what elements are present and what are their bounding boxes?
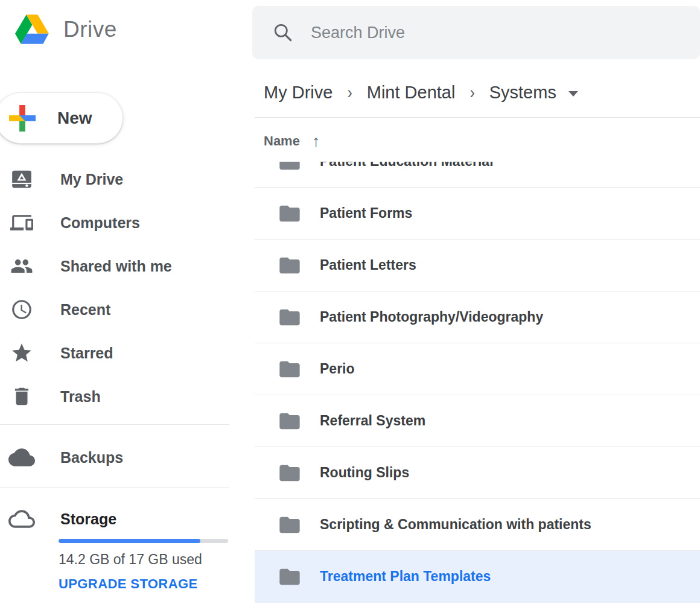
computers-icon bbox=[8, 209, 35, 236]
file-list-rows: Patient Education Material Patient Forms… bbox=[255, 162, 700, 603]
cloud-filled-icon bbox=[8, 444, 35, 471]
my-drive-icon bbox=[8, 166, 35, 192]
folder-name: Scripting & Communication with patients bbox=[320, 517, 591, 533]
file-list: Patient Education Material Patient Forms… bbox=[255, 162, 700, 604]
folder-name: Patient Education Material bbox=[320, 162, 494, 170]
sidebar-item-recent[interactable]: Recent bbox=[0, 288, 229, 331]
drive-logo[interactable]: Drive bbox=[15, 14, 117, 44]
plus-icon bbox=[9, 105, 36, 132]
folder-name: Patient Forms bbox=[320, 205, 412, 221]
storage-progress-fill bbox=[59, 539, 200, 543]
sidebar-item-backups[interactable]: Backups bbox=[0, 436, 229, 479]
storage-progress-bar bbox=[59, 539, 228, 543]
sort-ascending-icon[interactable]: ↑ bbox=[312, 132, 320, 151]
folder-row[interactable]: Patient Education Material bbox=[255, 162, 700, 188]
sidebar-item-label: Shared with me bbox=[60, 258, 172, 275]
sidebar-item-label: Backups bbox=[60, 449, 123, 466]
app-title: Drive bbox=[63, 17, 117, 42]
name-column-header[interactable]: Name bbox=[264, 133, 300, 149]
clock-icon bbox=[8, 296, 35, 323]
header-divider bbox=[255, 117, 700, 118]
cloud-outline-icon bbox=[8, 506, 35, 532]
people-icon bbox=[8, 253, 35, 279]
sidebar-item-my-drive[interactable]: My Drive bbox=[0, 157, 229, 201]
folder-name: Patient Letters bbox=[320, 257, 416, 273]
breadcrumb-my-drive[interactable]: My Drive bbox=[264, 83, 332, 103]
sidebar-item-storage[interactable]: Storage bbox=[0, 497, 229, 541]
sidebar-item-shared-with-me[interactable]: Shared with me bbox=[0, 244, 229, 288]
folder-name: Perio bbox=[320, 361, 355, 377]
chevron-right-icon: › bbox=[347, 82, 352, 102]
storage-usage-text: 14.2 GB of 17 GB used bbox=[59, 552, 202, 568]
search-icon bbox=[272, 22, 294, 43]
folder-row[interactable]: Referral System bbox=[255, 395, 700, 447]
folder-row[interactable]: Patient Photography/Videography bbox=[255, 291, 700, 343]
folder-icon bbox=[278, 513, 302, 537]
google-drive-window: Drive New bbox=[0, 0, 700, 604]
sidebar-nav: My Drive Computers Shared with me Recent bbox=[0, 157, 229, 418]
sidebar-item-trash[interactable]: Trash bbox=[0, 375, 229, 418]
folder-icon bbox=[278, 162, 302, 174]
new-button[interactable]: New bbox=[0, 92, 123, 144]
drive-triangle-icon bbox=[15, 14, 49, 44]
search-bar[interactable] bbox=[252, 6, 700, 59]
list-header: Name ↑ bbox=[264, 132, 320, 151]
sidebar-item-label: Recent bbox=[60, 301, 110, 319]
sidebar-item-label: Computers bbox=[60, 214, 140, 232]
chevron-right-icon: › bbox=[469, 82, 474, 102]
folder-row[interactable]: Patient Forms bbox=[255, 188, 700, 240]
folder-icon bbox=[278, 202, 302, 226]
trash-icon bbox=[8, 383, 35, 410]
folder-row[interactable]: Treatment Plan Templates bbox=[255, 551, 700, 603]
folder-dropdown-icon[interactable] bbox=[568, 91, 578, 97]
upgrade-storage-link[interactable]: UPGRADE STORAGE bbox=[59, 576, 198, 592]
sidebar-item-starred[interactable]: Starred bbox=[0, 331, 229, 375]
folder-name: Referral System bbox=[320, 413, 425, 429]
breadcrumb: My Drive › Mint Dental › Systems bbox=[264, 80, 578, 105]
storage-label: Storage bbox=[60, 510, 116, 528]
folder-icon bbox=[278, 409, 302, 433]
sidebar-item-computers[interactable]: Computers bbox=[0, 201, 229, 244]
sidebar-item-label: My Drive bbox=[60, 171, 123, 188]
breadcrumb-mint-dental[interactable]: Mint Dental bbox=[367, 83, 456, 103]
folder-name: Treatment Plan Templates bbox=[320, 568, 491, 585]
folder-icon bbox=[278, 253, 302, 278]
folder-row[interactable]: Patient Letters bbox=[255, 240, 700, 291]
folder-row[interactable]: Routing Slips bbox=[255, 447, 700, 499]
folder-icon bbox=[278, 565, 302, 589]
new-button-label: New bbox=[57, 109, 92, 128]
folder-name: Patient Photography/Videography bbox=[320, 309, 543, 325]
folder-icon bbox=[278, 357, 302, 381]
sidebar: Drive New bbox=[0, 0, 229, 604]
search-input[interactable] bbox=[311, 24, 700, 42]
sidebar-item-label: Starred bbox=[60, 345, 113, 362]
sidebar-item-label: Trash bbox=[60, 388, 101, 405]
sidebar-divider bbox=[0, 487, 229, 488]
breadcrumb-systems[interactable]: Systems bbox=[489, 83, 556, 103]
folder-row[interactable]: Scripting & Communication with patients bbox=[255, 499, 700, 551]
folder-icon bbox=[278, 461, 302, 485]
folder-icon bbox=[278, 305, 302, 329]
folder-row[interactable]: Perio bbox=[255, 343, 700, 395]
star-icon bbox=[8, 340, 35, 366]
sidebar-divider bbox=[0, 424, 229, 425]
folder-name: Routing Slips bbox=[320, 465, 409, 481]
